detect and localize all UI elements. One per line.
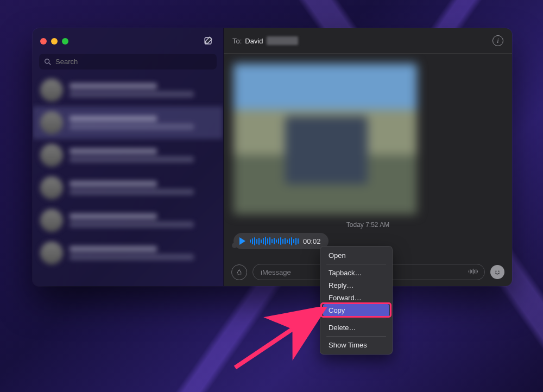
audio-message[interactable]: 00:02 bbox=[233, 233, 329, 249]
menu-reply[interactable]: Reply… bbox=[323, 279, 389, 292]
conversation-list bbox=[33, 74, 223, 286]
menu-separator bbox=[326, 264, 386, 264]
compose-icon bbox=[203, 36, 213, 46]
avatar bbox=[40, 176, 63, 199]
menu-forward[interactable]: Forward… bbox=[323, 292, 389, 304]
minimize-button[interactable] bbox=[51, 38, 58, 45]
audio-duration: 00:02 bbox=[303, 237, 321, 245]
svg-point-12 bbox=[498, 270, 500, 271]
menu-show-times[interactable]: Show Times bbox=[323, 339, 389, 351]
svg-point-10 bbox=[493, 268, 502, 277]
menu-copy[interactable]: Copy bbox=[323, 304, 389, 317]
avatar bbox=[40, 242, 63, 264]
sidebar bbox=[33, 28, 224, 286]
appstore-icon bbox=[235, 268, 243, 276]
audio-record-button[interactable] bbox=[468, 268, 479, 277]
messages-window: To: David i Today 7:52 AM bbox=[33, 28, 512, 286]
svg-point-1 bbox=[45, 59, 49, 63]
menu-tapback[interactable]: Tapback… bbox=[323, 267, 389, 279]
svg-line-2 bbox=[49, 63, 50, 65]
avatar bbox=[40, 79, 63, 102]
waveform-icon bbox=[250, 236, 299, 246]
to-label: To: bbox=[232, 37, 242, 45]
menu-separator bbox=[326, 319, 386, 319]
conversation-item[interactable] bbox=[33, 74, 223, 106]
menu-open[interactable]: Open bbox=[323, 249, 389, 262]
play-icon[interactable] bbox=[239, 237, 245, 245]
window-controls bbox=[40, 38, 68, 45]
svg-point-11 bbox=[495, 270, 496, 271]
avatar bbox=[40, 209, 63, 232]
context-menu: Open Tapback… Reply… Forward… Copy Delet… bbox=[320, 246, 393, 355]
conversation-item[interactable] bbox=[33, 204, 223, 237]
conversation-item[interactable] bbox=[33, 139, 223, 172]
menu-separator bbox=[326, 336, 386, 337]
search-icon bbox=[44, 58, 52, 66]
audio-wave-icon bbox=[468, 268, 479, 275]
search-input[interactable] bbox=[55, 58, 212, 66]
compose-button[interactable] bbox=[200, 34, 216, 49]
recipient-redacted bbox=[267, 36, 298, 45]
apps-button[interactable] bbox=[231, 264, 247, 280]
conversation-item[interactable] bbox=[33, 237, 223, 269]
avatar bbox=[40, 111, 63, 134]
avatar bbox=[40, 144, 63, 167]
titlebar bbox=[33, 28, 223, 54]
chat-body: Today 7:52 AM 00:02 bbox=[224, 54, 512, 258]
emoji-button[interactable] bbox=[490, 265, 504, 279]
menu-delete[interactable]: Delete… bbox=[323, 321, 389, 334]
image-message[interactable] bbox=[233, 64, 417, 214]
conversation-item-selected[interactable] bbox=[33, 106, 223, 139]
recipient-name[interactable]: David bbox=[245, 37, 263, 45]
emoji-icon bbox=[493, 267, 502, 277]
search-field[interactable] bbox=[39, 54, 217, 69]
close-button[interactable] bbox=[40, 38, 47, 45]
fullscreen-button[interactable] bbox=[62, 38, 68, 45]
conversation-header: To: David i bbox=[224, 28, 512, 54]
conversation-item[interactable] bbox=[33, 172, 223, 204]
timestamp: Today 7:52 AM bbox=[233, 221, 502, 229]
details-button[interactable]: i bbox=[493, 35, 503, 46]
